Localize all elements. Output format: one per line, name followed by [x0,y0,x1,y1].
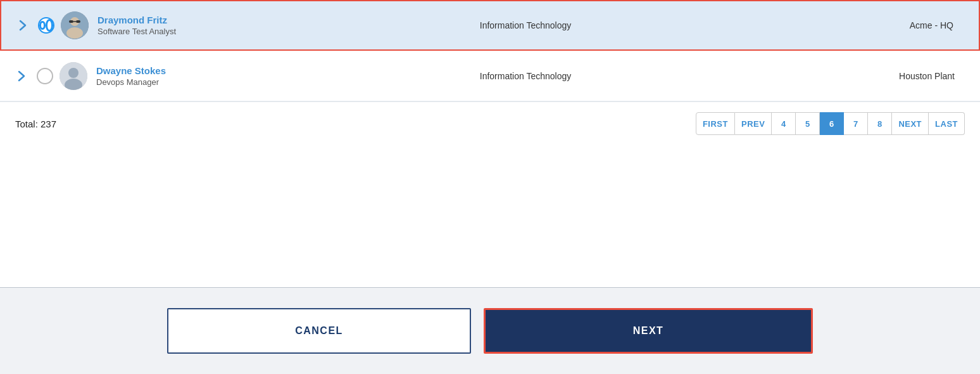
dept-dwayne: Information Technology [382,71,669,81]
page-prev-btn[interactable]: PREV [735,112,772,135]
person-name-dwayne[interactable]: Dwayne Stokes [96,65,382,76]
person-info-draymond: Draymond Fritz Software Test Analyst [97,15,383,36]
total-label: Total: 237 [15,119,56,129]
page-first-btn[interactable]: FIRST [696,112,735,135]
person-row-dwayne[interactable]: Dwayne Stokes Devops Manager Information… [0,51,980,101]
person-info-dwayne: Dwayne Stokes Devops Manager [96,65,382,87]
location-dwayne: Houston Plant [669,71,967,81]
svg-point-7 [68,68,79,78]
pagination-row: Total: 237 FIRST PREV 4 5 6 7 8 NEXT LAS… [0,101,980,148]
pagination-controls: FIRST PREV 4 5 6 7 8 NEXT LAST [696,112,965,135]
expand-chevron-dwayne[interactable] [13,67,30,85]
svg-rect-4 [76,20,80,23]
page-next-btn[interactable]: NEXT [892,112,929,135]
person-title-dwayne: Devops Manager [96,77,382,87]
page-6-btn[interactable]: 6 [820,112,844,135]
page-4-btn[interactable]: 4 [772,112,796,135]
next-button[interactable]: NEXT [484,308,813,354]
page-last-btn[interactable]: LAST [929,112,965,135]
person-name-draymond[interactable]: Draymond Fritz [97,15,383,25]
radio-dwayne[interactable] [37,68,53,84]
radio-draymond[interactable] [38,17,54,34]
avatar-dwayne [60,62,87,90]
page-7-btn[interactable]: 7 [844,112,868,135]
avatar-draymond [61,11,89,39]
dept-draymond: Information Technology [383,20,669,30]
page-8-btn[interactable]: 8 [868,112,892,135]
svg-rect-3 [69,20,73,23]
person-title-draymond: Software Test Analyst [97,27,383,36]
cancel-button[interactable]: CANCEL [167,308,471,354]
location-draymond: Acme - HQ [668,20,966,30]
person-row-draymond[interactable]: Draymond Fritz Software Test Analyst Inf… [0,0,980,51]
svg-point-2 [66,27,83,39]
expand-chevron-draymond[interactable] [14,16,32,34]
action-section: CANCEL NEXT [0,288,980,374]
page-5-btn[interactable]: 5 [796,112,820,135]
